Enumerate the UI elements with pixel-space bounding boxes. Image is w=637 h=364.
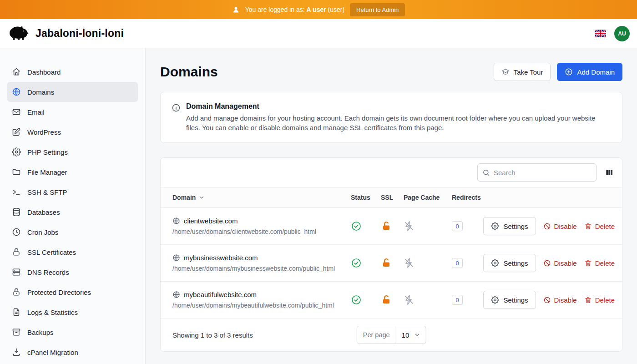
sidebar-item-wordpress[interactable]: WordPress <box>7 122 138 142</box>
boar-logo <box>7 25 29 42</box>
disable-label: Disable <box>554 296 577 304</box>
status-enabled-icon <box>351 258 381 268</box>
main-content: Domains Take Tour Add Domain Domain Mana… <box>146 48 637 364</box>
column-header-ssl: SSL <box>381 194 404 201</box>
gear-icon <box>491 222 499 230</box>
download-icon <box>12 348 21 357</box>
column-settings-button[interactable] <box>604 167 615 178</box>
sidebar-item-databases[interactable]: Databases <box>7 202 138 222</box>
table-row: clientwebsite.com /home/user/domains/cli… <box>161 208 622 245</box>
per-page-control: Per page 10 <box>357 326 426 344</box>
banner-user-role: (user) <box>328 6 345 13</box>
column-header-status: Status <box>351 194 381 201</box>
settings-button[interactable]: Settings <box>483 254 536 272</box>
sidebar-item-ssh-sftp[interactable]: SSH & SFTP <box>7 182 138 202</box>
delete-button[interactable]: Delete <box>584 222 615 230</box>
globe-icon <box>172 291 180 298</box>
trash-icon <box>584 259 592 267</box>
ssl-unlocked-icon[interactable] <box>381 258 404 268</box>
folder-icon <box>12 167 21 177</box>
ssl-unlocked-icon[interactable] <box>381 294 404 305</box>
user-avatar[interactable]: AU <box>614 26 630 41</box>
sidebar-item-ssl-certificates[interactable]: SSL Certificates <box>7 242 138 262</box>
banner-message: You are logged in as: A user (user) <box>245 6 344 13</box>
page-cache-disabled-icon[interactable] <box>404 258 452 268</box>
table-footer: Showing 1 to 3 of 3 results Per page 10 <box>161 318 622 351</box>
settings-label: Settings <box>503 222 528 230</box>
disable-button[interactable]: Disable <box>543 259 577 267</box>
ban-icon <box>543 222 551 230</box>
per-page-value: 10 <box>402 331 410 339</box>
add-domain-button[interactable]: Add Domain <box>557 63 622 81</box>
page-cache-disabled-icon[interactable] <box>404 294 452 305</box>
language-flag-uk[interactable] <box>595 30 606 37</box>
sidebar-item-label: PHP Settings <box>27 148 68 156</box>
chevron-down-icon <box>414 332 420 338</box>
sidebar-item-file-manager[interactable]: File Manager <box>7 162 138 182</box>
table-row: mybusinesswebsite.com /home/user/domains… <box>161 245 622 282</box>
sidebar-item-cron-jobs[interactable]: Cron Jobs <box>7 222 138 242</box>
info-card-title: Domain Management <box>186 102 605 111</box>
sidebar-item-domains[interactable]: Domains <box>7 82 138 102</box>
sidebar-item-logs-statistics[interactable]: Logs & Statistics <box>7 302 138 322</box>
sidebar-item-protected-directories[interactable]: Protected Directories <box>7 282 138 302</box>
delete-button[interactable]: Delete <box>584 296 615 304</box>
add-domain-label: Add Domain <box>577 68 615 76</box>
sidebar-item-label: Domains <box>27 88 54 96</box>
lock-icon <box>12 288 21 297</box>
domain-management-info-card: Domain Management Add and manage domains… <box>160 92 622 143</box>
domain-name: mybusinesswebsite.com <box>184 254 258 262</box>
sidebar-item-dns-records[interactable]: DNS Records <box>7 262 138 282</box>
redirects-count-badge[interactable]: 0 <box>452 221 463 231</box>
redirects-count-badge[interactable]: 0 <box>452 258 463 268</box>
delete-label: Delete <box>595 222 615 230</box>
columns-icon <box>605 168 614 177</box>
take-tour-button[interactable]: Take Tour <box>494 63 551 81</box>
sidebar-item-label: SSH & SFTP <box>27 188 67 196</box>
delete-button[interactable]: Delete <box>584 259 615 267</box>
sidebar-item-backups[interactable]: Backups <box>7 322 138 342</box>
settings-button[interactable]: Settings <box>483 291 536 309</box>
sidebar-item-label: SSL Certificates <box>27 248 76 256</box>
banner-message-prefix: You are logged in as: <box>245 6 305 13</box>
sidebar-item-email[interactable]: Email <box>7 102 138 122</box>
sidebar-item-label: Dashboard <box>27 68 61 76</box>
disable-button[interactable]: Disable <box>543 222 577 230</box>
sidebar-item-label: File Manager <box>27 168 67 176</box>
gear-icon <box>12 147 21 157</box>
archive-icon <box>12 328 21 337</box>
info-icon <box>172 103 181 132</box>
sidebar-item-label: Email <box>27 108 45 116</box>
disable-label: Disable <box>554 222 577 230</box>
trash-icon <box>584 296 592 304</box>
globe-icon <box>12 87 21 96</box>
per-page-label: Per page <box>357 326 396 344</box>
globe-icon <box>172 254 180 262</box>
gear-icon <box>491 296 499 304</box>
status-enabled-icon <box>351 221 381 232</box>
disable-button[interactable]: Disable <box>543 296 577 304</box>
return-to-admin-button[interactable]: Return to Admin <box>350 3 405 16</box>
sidebar-item-dashboard[interactable]: Dashboard <box>7 62 138 82</box>
column-header-domain[interactable]: Domain <box>172 194 351 201</box>
pencil-square-icon <box>12 127 21 136</box>
table-row: mybeautifulwebsite.com /home/user/domain… <box>161 282 622 318</box>
server-icon <box>12 268 21 277</box>
domain-name: clientwebsite.com <box>184 217 238 225</box>
ssl-unlocked-icon[interactable] <box>381 221 404 232</box>
banner-user-name: A user <box>307 6 326 13</box>
search-box <box>477 163 597 182</box>
sidebar-item-label: Logs & Statistics <box>27 308 78 316</box>
domain-name: mybeautifulwebsite.com <box>184 291 257 298</box>
settings-label: Settings <box>503 296 528 304</box>
user-icon <box>232 6 240 14</box>
settings-button[interactable]: Settings <box>483 217 536 235</box>
search-input[interactable] <box>494 169 592 177</box>
per-page-select[interactable]: 10 <box>396 326 426 344</box>
file-text-icon <box>12 308 21 317</box>
sidebar-item-php-settings[interactable]: PHP Settings <box>7 142 138 162</box>
redirects-count-badge[interactable]: 0 <box>452 295 463 305</box>
ban-icon <box>543 296 551 304</box>
sidebar-item-cpanel-migration[interactable]: cPanel Migration <box>7 342 138 362</box>
page-cache-disabled-icon[interactable] <box>404 221 452 232</box>
